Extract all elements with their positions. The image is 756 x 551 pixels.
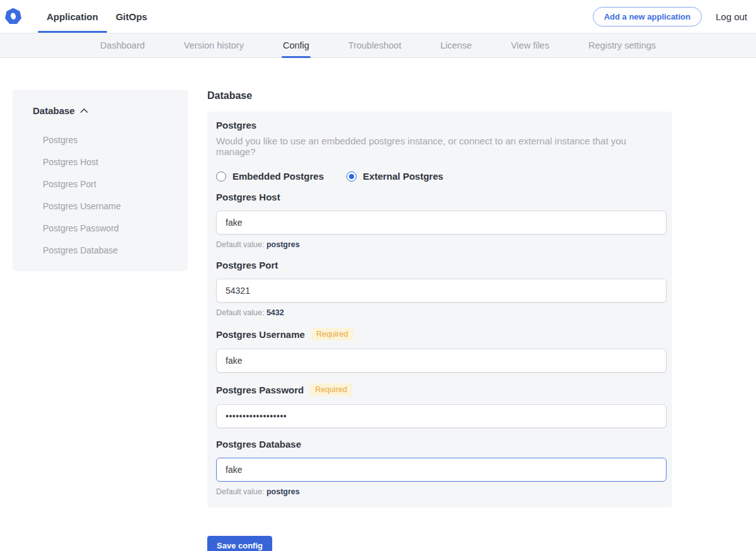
subnav-item-troubleshoot[interactable]: Troubleshoot (348, 33, 401, 57)
postgres-port-label: Postgres Port (216, 260, 278, 270)
postgres-label: Postgres (216, 120, 663, 130)
sidebar-item-postgres-database[interactable]: Postgres Database (43, 239, 178, 261)
required-badge: Required (311, 328, 353, 340)
default-label: Default value: (216, 487, 264, 496)
config-item-postgres-database: Postgres Database Default value: postgre… (216, 439, 663, 496)
app-logo[interactable] (5, 0, 21, 33)
radio-unchecked-icon[interactable] (216, 171, 226, 182)
postgres-password-label: Postgres Password (216, 385, 304, 395)
top-nav: Application GitOps Add a new application… (0, 0, 756, 33)
sidebar-item-postgres[interactable]: Postgres (43, 129, 178, 151)
config-item-postgres-username: Postgres Username Required (216, 328, 663, 373)
tab-application[interactable]: Application (38, 0, 107, 33)
postgres-help-text: Would you like to use an embedded postgr… (216, 136, 663, 157)
radio-embedded-label: Embedded Postgres (232, 171, 324, 182)
postgres-username-input[interactable] (216, 349, 667, 373)
sidebar-item-postgres-host[interactable]: Postgres Host (43, 151, 178, 173)
sidebar-group-label: Database (33, 105, 75, 116)
postgres-radio-group: Embedded Postgres External Postgres (216, 171, 663, 182)
postgres-host-input[interactable] (216, 211, 667, 235)
tab-gitops[interactable]: GitOps (107, 0, 156, 33)
default-value: 5432 (266, 308, 284, 317)
postgres-database-label: Postgres Database (216, 439, 301, 450)
config-main: Database Postgres Would you like to use … (207, 90, 672, 551)
logout-link[interactable]: Log out (716, 11, 747, 22)
sidebar-item-postgres-username[interactable]: Postgres Username (43, 195, 178, 217)
config-item-postgres-host: Postgres Host Default value: postgres (216, 192, 663, 249)
config-item-postgres-port: Postgres Port Default value: 5432 (216, 260, 663, 317)
sidebar-item-postgres-password[interactable]: Postgres Password (43, 217, 178, 239)
config-item-postgres: Postgres Would you like to use an embedd… (216, 120, 663, 182)
postgres-host-default: Default value: postgres (216, 240, 663, 249)
required-badge: Required (310, 383, 352, 396)
postgres-password-input[interactable] (216, 404, 667, 428)
default-value: postgres (266, 240, 300, 249)
postgres-port-input[interactable] (216, 279, 667, 303)
sidebar-item-postgres-port[interactable]: Postgres Port (43, 173, 178, 195)
config-item-postgres-password: Postgres Password Required (216, 383, 663, 428)
chevron-up-icon (80, 108, 88, 113)
page-title: Database (207, 90, 672, 102)
postgres-database-input[interactable] (216, 458, 667, 482)
radio-checked-icon[interactable] (346, 171, 357, 182)
kots-logo-icon (5, 8, 21, 25)
app-subnav: Dashboard Version history Config Trouble… (0, 33, 756, 58)
postgres-database-default: Default value: postgres (216, 487, 663, 496)
subnav-item-registry-settings[interactable]: Registry settings (588, 33, 656, 57)
radio-external-label: External Postgres (363, 171, 444, 182)
add-new-application-button[interactable]: Add a new application (593, 7, 702, 26)
postgres-username-label: Postgres Username (216, 329, 305, 340)
sidebar-items: Postgres Postgres Host Postgres Port Pos… (33, 129, 178, 261)
postgres-host-label: Postgres Host (216, 192, 280, 202)
subnav-item-version-history[interactable]: Version history (184, 33, 244, 57)
subnav-item-license[interactable]: License (440, 33, 472, 57)
top-tabs: Application GitOps (38, 0, 156, 33)
default-value: postgres (266, 487, 300, 496)
default-label: Default value: (216, 240, 264, 249)
subnav-item-view-files[interactable]: View files (511, 33, 549, 57)
subnav-item-dashboard[interactable]: Dashboard (100, 33, 145, 57)
radio-embedded-postgres[interactable]: Embedded Postgres (216, 171, 324, 182)
top-right-actions: Add a new application Log out (593, 0, 747, 33)
postgres-port-default: Default value: 5432 (216, 308, 663, 317)
config-sidebar: Database Postgres Postgres Host Postgres… (13, 90, 188, 271)
config-page: Database Postgres Postgres Host Postgres… (0, 58, 756, 551)
radio-external-postgres[interactable]: External Postgres (346, 171, 444, 182)
default-label: Default value: (216, 308, 264, 317)
subnav-item-config[interactable]: Config (283, 33, 309, 57)
database-config-panel: Postgres Would you like to use an embedd… (207, 112, 672, 508)
save-config-button[interactable]: Save config (207, 536, 272, 551)
sidebar-group-database[interactable]: Database (33, 105, 178, 116)
